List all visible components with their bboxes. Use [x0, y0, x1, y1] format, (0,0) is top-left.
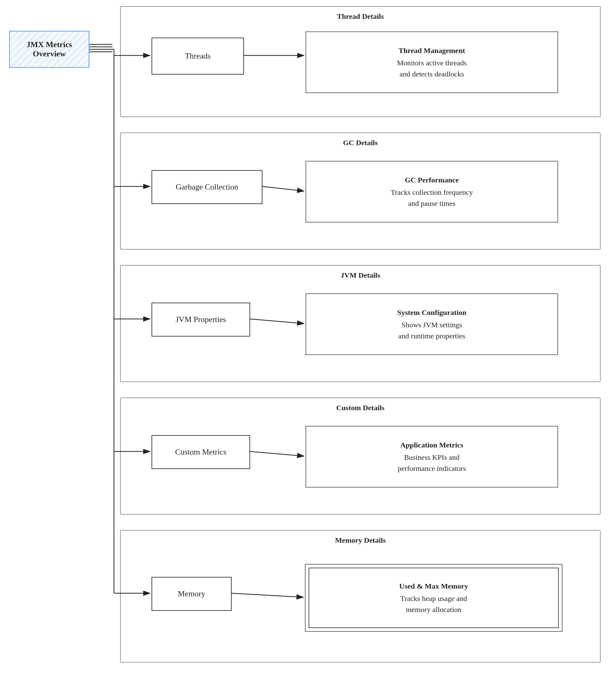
- memory-details-title: Memory Details: [121, 536, 600, 545]
- gc-detail-sub: Tracks collection frequencyand pause tim…: [391, 187, 473, 209]
- gc-details-panel: GC Details Garbage Collection GC Perform…: [120, 132, 601, 250]
- thread-details-panel: Thread Details Threads Thread Management…: [120, 6, 601, 117]
- memory-detail-box: Used & Max Memory Tracks heap usage andm…: [309, 568, 559, 628]
- custom-node: Custom Metrics: [151, 435, 250, 469]
- threads-label: Threads: [185, 52, 211, 61]
- threads-node: Threads: [151, 38, 244, 75]
- thread-detail-sub: Monitors active threadsand detects deadl…: [397, 57, 467, 79]
- diagram-container: JMX Metrics Overview Thread Details Thre…: [0, 0, 616, 694]
- custom-detail-sub: Business KPIs andperformance indicators: [398, 452, 466, 474]
- custom-detail-box: Application Metrics Business KPIs andper…: [305, 426, 558, 488]
- memory-node: Memory: [151, 577, 231, 611]
- memory-detail-sub: Tracks heap usage andmemory allocation: [400, 593, 467, 615]
- memory-detail-title: Used & Max Memory: [399, 581, 468, 592]
- thread-detail-box: Thread Management Monitors active thread…: [305, 32, 558, 93]
- jmx-source-box: JMX Metrics Overview: [9, 31, 89, 68]
- custom-detail-title: Application Metrics: [400, 439, 464, 451]
- jvm-detail-sub: Shows JVM settingsand runtime properties: [398, 319, 465, 342]
- jvm-node: JVM Properties: [151, 303, 250, 336]
- memory-label: Memory: [178, 589, 205, 599]
- gc-node: Garbage Collection: [151, 170, 262, 204]
- gc-detail-title: GC Performance: [405, 175, 459, 185]
- gc-details-title: GC Details: [121, 139, 600, 147]
- custom-label: Custom Metrics: [175, 448, 227, 457]
- jvm-detail-box: System Configuration Shows JVM settingsa…: [305, 293, 558, 355]
- jvm-label: JVM Properties: [175, 315, 226, 324]
- jmx-label: JMX Metrics Overview: [13, 40, 86, 58]
- custom-details-panel: Custom Details Custom Metrics Applicatio…: [120, 398, 601, 515]
- thread-detail-title: Thread Management: [398, 45, 465, 56]
- gc-detail-box: GC Performance Tracks collection frequen…: [305, 161, 558, 222]
- jvm-details-panel: JVM Details JVM Properties System Config…: [120, 265, 601, 382]
- memory-details-panel: Memory Details Memory Used & Max Memory …: [120, 530, 601, 662]
- thread-details-title: Thread Details: [121, 12, 600, 21]
- jvm-details-title: JVM Details: [121, 271, 600, 279]
- custom-details-title: Custom Details: [121, 404, 600, 412]
- gc-label: Garbage Collection: [176, 182, 238, 192]
- jvm-detail-title: System Configuration: [397, 307, 467, 318]
